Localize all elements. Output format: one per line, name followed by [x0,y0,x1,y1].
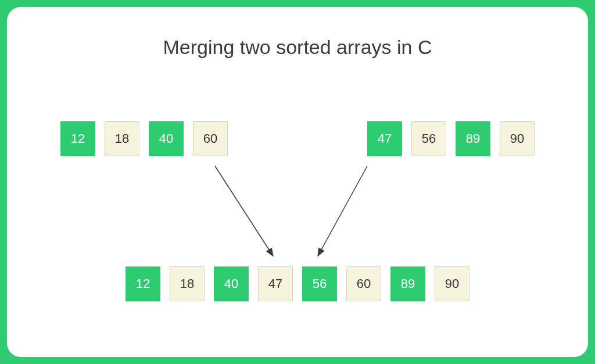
right-array-cell-3: 90 [500,121,535,156]
merge-arrow-1 [318,166,367,256]
right-array-cell-0: 47 [367,121,402,156]
merged-array-cell-0: 12 [126,266,160,301]
left-array-cell-3: 60 [193,121,228,156]
merged-array-cell-5: 60 [346,266,381,301]
merged-array-cell-1: 18 [170,266,205,301]
diagram-stage: 12184060 47568990 1218404756608990 [30,59,565,337]
left-array-cell-1: 18 [105,121,139,156]
merged-array-cell-7: 90 [435,266,469,301]
diagram-title: Merging two sorted arrays in C [30,36,565,59]
right-array-cell-2: 89 [456,121,490,156]
merged-array-cell-3: 47 [258,266,293,301]
merge-arrow-0 [215,166,273,256]
right-array-cell-1: 56 [411,121,446,156]
merged-array-cell-6: 89 [390,266,425,301]
left-array-cell-2: 40 [149,121,184,156]
input-array-right: 47568990 [367,121,535,156]
diagram-card: Merging two sorted arrays in C 12184060 … [7,7,588,357]
input-array-left: 12184060 [60,121,228,156]
merged-array-cell-2: 40 [214,266,249,301]
merged-array-cell-4: 56 [302,266,337,301]
merged-array: 1218404756608990 [126,266,469,301]
left-array-cell-0: 12 [60,121,95,156]
